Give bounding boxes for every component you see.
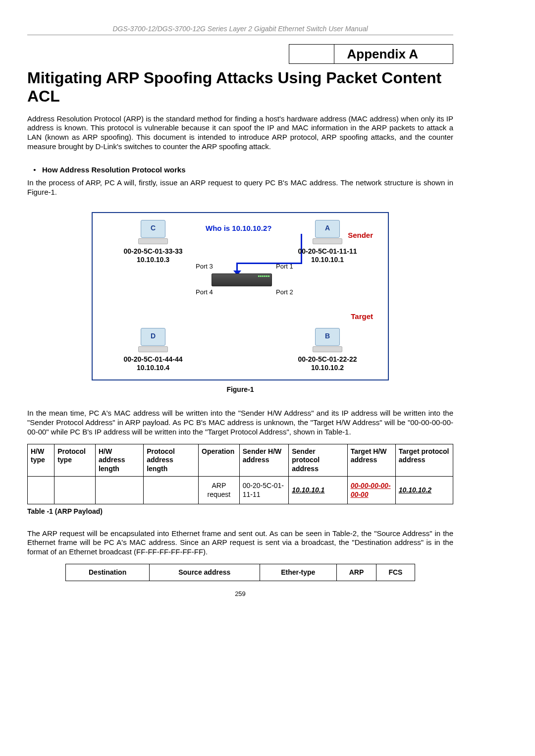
pc-c-mac: 00-20-5C-01-33-33 bbox=[108, 247, 198, 256]
intro-paragraph: Address Resolution Protocol (ARP) is the… bbox=[27, 114, 453, 152]
paragraph-3: In the mean time, PC A's MAC address wil… bbox=[27, 409, 453, 436]
pc-a: A 00-20-5C-01-11-11 10.10.10.1 bbox=[283, 220, 372, 265]
switch-icon bbox=[212, 273, 272, 286]
target-label: Target bbox=[351, 312, 373, 322]
port2-label: Port 2 bbox=[276, 288, 293, 296]
pc-screen-icon: A bbox=[315, 220, 340, 238]
target-proto-value: 10.10.10.2 bbox=[399, 486, 431, 494]
figure-1: Who is 10.10.10.2? Sender Target C 00-20… bbox=[92, 212, 389, 380]
table-2: Destination Source address Ether-type AR… bbox=[65, 564, 415, 582]
pc-letter: D bbox=[141, 332, 165, 341]
pc-screen-icon: B bbox=[315, 328, 340, 346]
pc-d-ip: 10.10.10.4 bbox=[108, 364, 198, 373]
table1-caption: Table -1 (ARP Payload) bbox=[27, 507, 453, 516]
table-row: Destination Source address Ether-type AR… bbox=[66, 564, 415, 581]
th: Sender protocol address bbox=[289, 444, 347, 477]
page-header: DGS-3700-12/DGS-3700-12G Series Layer 2 … bbox=[27, 25, 453, 35]
td: Destination bbox=[66, 564, 149, 581]
pc-a-ip: 10.10.10.1 bbox=[283, 256, 372, 265]
td bbox=[144, 477, 199, 504]
pc-a-mac: 00-20-5C-01-11-11 bbox=[283, 247, 372, 256]
switch-leds-icon bbox=[258, 275, 269, 277]
table-header-row: H/W type Protocol type H/W address lengt… bbox=[28, 444, 453, 477]
td-target-proto: 10.10.10.2 bbox=[395, 477, 453, 504]
pc-d-mac: 00-20-5C-01-44-44 bbox=[108, 355, 198, 364]
td: FCS bbox=[376, 564, 415, 581]
pc-d: D 00-20-5C-01-44-44 10.10.10.4 bbox=[108, 328, 198, 373]
target-hw-value: 00-00-00-00-00-00 bbox=[351, 482, 391, 498]
pc-base-icon bbox=[138, 238, 168, 244]
pc-letter: C bbox=[141, 224, 165, 233]
appendix-box: Appendix A bbox=[289, 44, 453, 64]
td-operation: ARP request bbox=[199, 477, 240, 504]
pc-b: B 00-20-5C-01-22-22 10.10.10.2 bbox=[283, 328, 372, 373]
port3-label: Port 3 bbox=[196, 263, 213, 270]
table-1: H/W type Protocol type H/W address lengt… bbox=[27, 444, 453, 505]
bullet-text: How Address Resolution Protocol works bbox=[42, 165, 185, 175]
td bbox=[54, 477, 96, 504]
th: Target H/W address bbox=[347, 444, 395, 477]
sender-proto-value: 10.10.10.1 bbox=[292, 486, 324, 494]
appendix-spacer bbox=[289, 45, 334, 64]
pc-letter: A bbox=[316, 224, 339, 233]
pc-b-ip: 10.10.10.2 bbox=[283, 364, 372, 373]
td: ARP bbox=[336, 564, 376, 581]
td bbox=[95, 477, 143, 504]
port4-label: Port 4 bbox=[196, 288, 213, 296]
th: Sender H/W address bbox=[239, 444, 288, 477]
pc-b-mac: 00-20-5C-01-22-22 bbox=[283, 355, 372, 364]
bullet-dot: • bbox=[27, 165, 42, 175]
pc-base-icon bbox=[313, 238, 342, 244]
page-title: Mitigating ARP Spoofing Attacks Using Pa… bbox=[27, 69, 453, 106]
th: H/W address length bbox=[95, 444, 143, 477]
paragraph-4: The ARP request will be encapsulated int… bbox=[27, 529, 453, 557]
th: Protocol type bbox=[54, 444, 96, 477]
whois-label: Who is 10.10.10.2? bbox=[206, 224, 271, 233]
page-number: 259 bbox=[27, 590, 453, 598]
table-row: ARP request 00-20-5C-01-11-11 10.10.10.1… bbox=[28, 477, 453, 504]
th: H/W type bbox=[28, 444, 54, 477]
pc-c: C 00-20-5C-01-33-33 10.10.10.3 bbox=[108, 220, 198, 265]
th: Target protocol address bbox=[395, 444, 453, 477]
pc-screen-icon: C bbox=[141, 220, 165, 238]
td: Ether-type bbox=[260, 564, 336, 581]
th: Protocol address length bbox=[144, 444, 199, 477]
th: Operation bbox=[199, 444, 240, 477]
appendix-label: Appendix A bbox=[334, 45, 453, 64]
figure-caption: Figure-1 bbox=[27, 385, 453, 394]
td-target-hw: 00-00-00-00-00-00 bbox=[347, 477, 395, 504]
bullet-how-arp-works: • How Address Resolution Protocol works bbox=[27, 165, 453, 175]
td bbox=[28, 477, 54, 504]
pc-letter: B bbox=[316, 332, 339, 341]
pc-c-ip: 10.10.10.3 bbox=[108, 256, 198, 265]
pc-screen-icon: D bbox=[141, 328, 165, 346]
td-sender-hw: 00-20-5C-01-11-11 bbox=[239, 477, 288, 504]
port1-label: Port 1 bbox=[276, 263, 293, 270]
paragraph-2: In the process of ARP, PC A will, firstl… bbox=[27, 178, 453, 197]
td: Source address bbox=[149, 564, 260, 581]
pc-base-icon bbox=[313, 346, 342, 352]
pc-base-icon bbox=[138, 346, 168, 352]
td-sender-proto: 10.10.10.1 bbox=[289, 477, 347, 504]
